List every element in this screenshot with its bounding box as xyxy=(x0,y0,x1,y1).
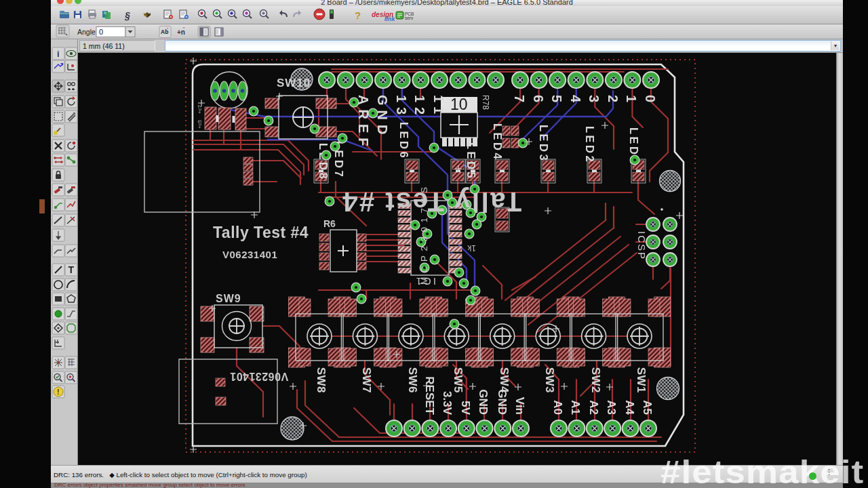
svg-text:LED2: LED2 xyxy=(584,126,596,164)
svg-text:SW6: SW6 xyxy=(406,367,419,393)
svg-text:11: 11 xyxy=(431,95,446,119)
svg-text:A2: A2 xyxy=(587,400,600,415)
svg-text:+c5: +c5 xyxy=(197,119,203,129)
svg-text:SW10: SW10 xyxy=(277,77,311,89)
svg-text:13: 13 xyxy=(394,95,409,119)
svg-text:12: 12 xyxy=(412,95,427,119)
svg-text:serv: serv xyxy=(405,16,414,20)
svg-text:V06231401: V06231401 xyxy=(230,371,288,382)
svg-text:A0: A0 xyxy=(551,400,564,415)
svg-text:A3: A3 xyxy=(605,400,618,415)
svg-text:A5: A5 xyxy=(641,400,654,415)
svg-text:SW9: SW9 xyxy=(216,293,241,304)
svg-text:1k: 1k xyxy=(467,243,476,253)
svg-text:SW2: SW2 xyxy=(589,367,602,393)
svg-text:Tally Test #4: Tally Test #4 xyxy=(213,224,309,241)
svg-text:R6: R6 xyxy=(323,218,336,229)
svg-text:Angle:: Angle: xyxy=(77,28,98,36)
svg-text:GND: GND xyxy=(477,389,490,415)
svg-text:LED8: LED8 xyxy=(317,143,330,181)
svg-text:SW3: SW3 xyxy=(543,367,556,393)
svg-text:Vin: Vin xyxy=(513,397,526,415)
svg-text:1: 1 xyxy=(624,95,639,107)
svg-text:6: 6 xyxy=(531,95,546,107)
svg-text:!: ! xyxy=(57,388,60,396)
svg-text:GND: GND xyxy=(375,95,390,139)
svg-text:3.3V: 3.3V xyxy=(441,391,454,415)
svg-text:LED5: LED5 xyxy=(465,142,477,180)
svg-text:SW1: SW1 xyxy=(635,367,648,393)
svg-text:5V: 5V xyxy=(459,401,472,415)
svg-text:0: 0 xyxy=(643,95,658,107)
svg-text:?: ? xyxy=(355,9,361,21)
svg-text:LED3: LED3 xyxy=(538,125,550,163)
svg-text:LED4: LED4 xyxy=(492,123,504,161)
svg-text:link: link xyxy=(384,16,395,22)
svg-text:4: 4 xyxy=(568,95,583,107)
svg-text:A4: A4 xyxy=(623,400,636,415)
svg-text:SW7: SW7 xyxy=(360,367,373,393)
svg-text:IC1: IC1 xyxy=(414,276,436,287)
svg-text:i: i xyxy=(57,49,60,59)
svg-text:+c7: +c7 xyxy=(197,104,203,114)
svg-text:RESET: RESET xyxy=(423,376,436,415)
svg-text:SW5: SW5 xyxy=(452,367,465,393)
svg-text:ICSP: ICSP xyxy=(636,231,648,260)
svg-text:§: § xyxy=(124,10,130,21)
svg-text:3: 3 xyxy=(587,95,601,107)
svg-text:0: 0 xyxy=(99,28,103,36)
svg-text:SW8: SW8 xyxy=(315,367,328,393)
svg-text:V06231401: V06231401 xyxy=(222,249,277,260)
svg-text:10: 10 xyxy=(450,96,468,113)
svg-text:GND: GND xyxy=(496,389,509,415)
svg-text:A1: A1 xyxy=(569,400,582,415)
svg-text:7: 7 xyxy=(512,95,527,107)
svg-text:LED6: LED6 xyxy=(398,122,410,160)
svg-text:Tally Test #4: Tally Test #4 xyxy=(341,187,522,217)
svg-text:2: 2 xyxy=(606,95,620,107)
svg-text:5: 5 xyxy=(549,95,564,107)
svg-text:R78: R78 xyxy=(481,95,490,110)
svg-text:T: T xyxy=(68,264,75,275)
